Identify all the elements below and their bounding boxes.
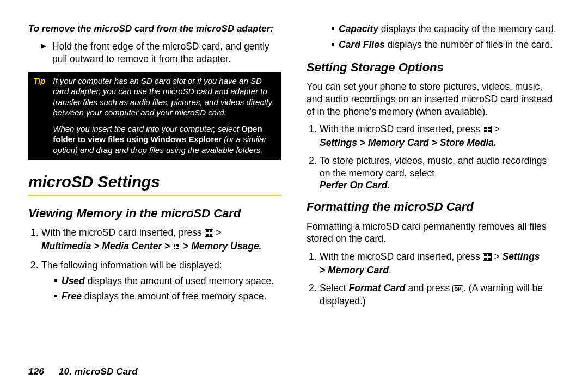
tip-label: Tip (33, 76, 45, 156)
storage-step-2: To store pictures, videos, music, and au… (309, 155, 560, 192)
svg-rect-17 (488, 127, 491, 129)
svg-rect-14 (177, 248, 179, 249)
svg-rect-2 (206, 230, 209, 232)
ok-icon: OK (452, 283, 463, 296)
tip-p2: When you insert the card into your compu… (53, 124, 277, 156)
left-column: To remove the microSD card from the micr… (28, 23, 281, 355)
subsection-format: Formatting the microSD Card (307, 199, 560, 215)
format-step-2: Select Format Card and press OK . (A war… (309, 282, 560, 308)
tip-body: If your computer has an SD card slot or … (53, 76, 277, 156)
square-icon (332, 43, 334, 46)
svg-rect-7 (174, 244, 175, 246)
sub-free: Free displays the amount of free memory … (54, 290, 281, 303)
remove-bullet: Hold the front edge of the microSD card,… (40, 40, 281, 65)
format-step-1: With the microSD card inserted, press > … (309, 250, 560, 277)
right-column: Capacity displays the capacity of the me… (307, 23, 560, 355)
sub-cardfiles: Card Files displays the number of files … (332, 39, 560, 51)
svg-rect-16 (484, 127, 487, 129)
svg-rect-3 (210, 230, 212, 232)
svg-rect-4 (206, 234, 209, 236)
svg-rect-9 (177, 244, 179, 246)
tip-p1: If your computer has an SD card slot or … (53, 76, 277, 118)
svg-rect-24 (488, 258, 491, 260)
intro-line: To remove the microSD card from the micr… (28, 23, 281, 35)
page-number: 126 (28, 366, 44, 377)
subsection-viewing: Viewing Memory in the microSD Card (28, 206, 281, 222)
format-steps: With the microSD card inserted, press > … (309, 250, 560, 308)
viewing-step-2: The following information will be displa… (30, 259, 281, 303)
square-icon (332, 27, 334, 30)
square-icon (54, 279, 57, 282)
viewing-step-1: With the microSD card inserted, press > … (30, 226, 281, 254)
tip-box: Tip If your computer has an SD card slot… (28, 72, 281, 161)
page-footer: 126 10. microSD Card (28, 366, 138, 378)
svg-rect-8 (176, 244, 177, 246)
svg-text:OK: OK (454, 286, 462, 292)
triangle-icon (40, 43, 47, 65)
subsection-storage: Setting Storage Options (307, 60, 560, 76)
page-columns: To remove the microSD card from the micr… (28, 23, 560, 355)
svg-rect-5 (210, 234, 212, 236)
storage-intro: You can set your phone to store pictures… (307, 81, 560, 118)
section-heading: microSD Settings (28, 172, 281, 196)
svg-rect-12 (174, 248, 175, 249)
storage-steps: With the microSD card inserted, press > … (309, 123, 560, 192)
remove-bullet-text: Hold the front edge of the microSD card,… (52, 40, 281, 65)
svg-rect-18 (484, 130, 487, 132)
svg-rect-13 (176, 248, 177, 249)
svg-marker-0 (41, 44, 46, 49)
chapter-label: 10. microSD Card (59, 366, 138, 377)
sub-capacity: Capacity displays the capacity of the me… (332, 23, 560, 35)
menu-icon (205, 228, 213, 240)
viewing-steps: With the microSD card inserted, press > … (30, 226, 281, 303)
square-icon (54, 295, 57, 297)
menu-icon (483, 124, 492, 137)
sub-used: Used displays the amount of used memory … (54, 275, 281, 287)
svg-rect-21 (484, 254, 487, 256)
svg-rect-10 (174, 246, 175, 247)
svg-rect-19 (488, 130, 491, 132)
grid-icon (173, 241, 180, 254)
storage-step-1: With the microSD card inserted, press > … (309, 123, 560, 149)
svg-rect-22 (488, 254, 491, 256)
svg-rect-23 (484, 258, 487, 260)
svg-rect-11 (177, 246, 179, 247)
format-intro: Formatting a microSD card permanently re… (307, 220, 560, 246)
menu-icon (483, 252, 492, 264)
